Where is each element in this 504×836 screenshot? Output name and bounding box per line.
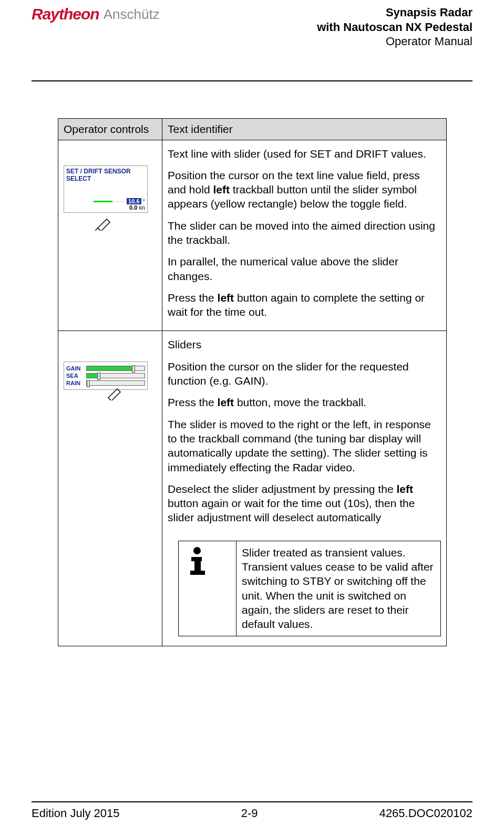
control-graphic-cell: GAIN SEA RAIN [58,331,162,646]
slider-track-icon [94,201,125,202]
desc-p4: The slider is moved to the right or the … [168,417,441,474]
table-header-col2: Text identifier [162,118,447,140]
page-footer: Edition July 2015 2-9 4265.DOC020102 [32,801,472,820]
svg-marker-0 [98,219,110,231]
svg-rect-6 [190,571,205,575]
desc-p3: The slider can be moved into the aimed d… [168,219,441,247]
gain-slider-bar [86,366,145,371]
hand-cursor-icon [106,379,199,400]
footer-edition: Edition July 2015 [32,807,120,820]
set-drift-values: 10.6 ° 0.0 kn [66,198,145,211]
info-note-text: Slider treated as transient values. Tran… [236,541,441,636]
rain-label: RAIN [66,380,84,386]
info-note-box: Slider treated as transient values. Tran… [178,541,441,636]
svg-point-3 [193,547,201,554]
doc-title-line3: Operator Manual [317,34,472,49]
desc-p4: In parallel, the numerical value above t… [168,254,441,283]
deg-unit: ° [143,198,145,204]
table-row: GAIN SEA RAIN [58,331,447,646]
doc-title-line2: with Nautoscan NX Pedestal [317,20,472,35]
control-description-cell: Text line with slider (used for SET and … [162,140,447,331]
footer-doc-number: 4265.DOC020102 [379,807,472,820]
slider-row-gain: GAIN [66,365,145,371]
company-logo: Raytheon Anschütz [32,5,160,23]
logo-anschutz: Anschütz [104,6,160,23]
svg-marker-2 [108,389,120,400]
desc-p5: Deselect the slider adjustment by pressi… [168,482,441,525]
page-header: Raytheon Anschütz Synapsis Radar with Na… [32,5,472,81]
sea-slider-bar [86,373,145,378]
table-header-col1: Operator controls [58,118,162,140]
svg-rect-5 [194,557,201,573]
table-row: SET / DRIFT SENSOR SELECT 10.6 ° 0.0 kn [58,140,447,331]
set-drift-sensor-graphic: SET / DRIFT SENSOR SELECT 10.6 ° 0.0 kn [64,166,148,213]
sea-label: SEA [66,373,84,379]
page: Raytheon Anschütz Synapsis Radar with Na… [0,0,504,836]
desc-p1: Sliders [168,337,441,352]
desc-p5: Press the left button again to complete … [168,291,441,319]
operator-controls-table: Operator controls Text identifier SET / … [58,118,447,646]
control-graphic-cell: SET / DRIFT SENSOR SELECT 10.6 ° 0.0 kn [58,140,162,331]
desc-p2: Position the cursor on the slider for th… [168,359,441,388]
doc-title-line1: Synapsis Radar [317,5,472,20]
desc-p1: Text line with slider (used for SET and … [168,147,441,161]
hand-cursor-icon [95,210,188,231]
svg-line-1 [95,228,98,231]
gain-label: GAIN [66,365,84,371]
info-icon [184,545,210,577]
footer-page-number: 2-9 [241,807,258,820]
set-drift-title: SET / DRIFT SENSOR SELECT [66,168,145,198]
control-description-cell: Sliders Position the cursor on the slide… [162,331,447,646]
document-title-block: Synapsis Radar with Nautoscan NX Pedesta… [317,5,472,49]
desc-p2: Position the cursor on the text line val… [168,168,441,211]
deg-value: 10.6 [127,198,141,204]
info-icon-cell [179,541,236,636]
logo-raytheon: Raytheon [32,5,99,23]
slider-row-sea: SEA [66,373,145,379]
desc-p3: Press the left button, move the trackbal… [168,395,441,409]
